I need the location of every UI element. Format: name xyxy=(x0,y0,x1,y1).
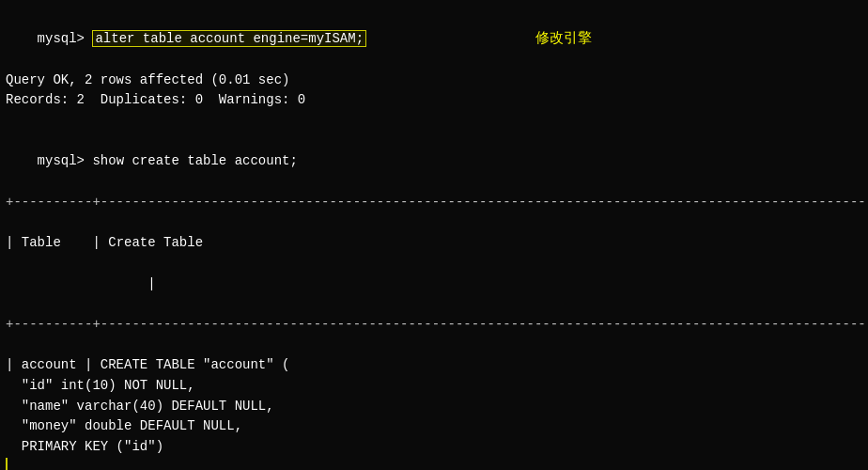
command-line-5: mysql> show create table account; xyxy=(6,132,862,193)
output-line-2: Query OK, 2 rows affected (0.01 sec) xyxy=(6,70,862,91)
table-header: | Table | Create Table xyxy=(6,233,862,254)
table-content-4: PRIMARY KEY ("id") xyxy=(6,437,862,458)
annotation-modify-engine: 修改引擎 xyxy=(535,31,592,47)
col2-header: Create Table xyxy=(108,235,203,250)
blank-4 xyxy=(6,294,862,315)
blank-1 xyxy=(6,111,862,132)
blank-5 xyxy=(6,336,862,356)
blank-2 xyxy=(6,212,862,233)
dashed-2: +----------+----------------------------… xyxy=(6,315,862,336)
table-row-start: | account | CREATE TABLE "account" ( xyxy=(6,355,862,376)
command-highlight: alter table account engine=myISAM; xyxy=(92,30,366,47)
table-content-2: "name" varchar(40) DEFAULT NULL, xyxy=(6,397,862,417)
table-content-1: "id" int(10) NOT NULL, xyxy=(6,376,862,397)
mysql-prompt: mysql> xyxy=(38,31,93,46)
mysql-prompt-2: mysql> xyxy=(38,153,93,168)
command-line-1: mysql> alter table account engine=myISAM… xyxy=(6,8,862,70)
engine-line: | ENGINE=MyISAM DEFAULT CHARSET=utf8 |修改… xyxy=(6,458,862,470)
blank-3 xyxy=(6,254,862,274)
dashed-1: +----------+----------------------------… xyxy=(6,193,862,213)
terminal-window: mysql> alter table account engine=myISAM… xyxy=(0,0,868,470)
output-line-3: Records: 2 Duplicates: 0 Warnings: 0 xyxy=(6,90,862,111)
table-content-3: "money" double DEFAULT NULL, xyxy=(6,416,862,437)
pipe-line: | xyxy=(6,274,862,295)
col1-header: Table xyxy=(22,235,61,250)
show-create-cmd: show create table account; xyxy=(92,153,297,168)
